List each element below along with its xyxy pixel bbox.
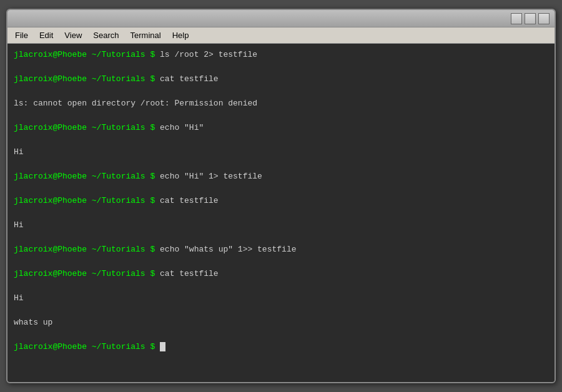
prompt-active: jlacroix@Phoebe ~/Tutorials $: [14, 342, 160, 351]
menu-item-search[interactable]: Search: [88, 29, 124, 41]
line-12: jlacroix@Phoebe ~/Tutorials $ ls /root 2…: [14, 49, 548, 61]
menu-item-terminal[interactable]: Terminal: [126, 29, 166, 41]
line-19: Hi: [14, 219, 548, 232]
cursor: [160, 342, 165, 351]
prompt-17: jlacroix@Phoebe ~/Tutorials $: [14, 172, 160, 181]
menu-bar: FileEditViewSearchTerminalHelp: [7, 27, 555, 44]
prompt-20: jlacroix@Phoebe ~/Tutorials $: [14, 245, 160, 254]
line-13: jlacroix@Phoebe ~/Tutorials $ cat testfi…: [14, 73, 548, 86]
line-16: Hi: [14, 146, 548, 159]
line-21: jlacroix@Phoebe ~/Tutorials $ cat testfi…: [14, 268, 548, 280]
menu-item-edit[interactable]: Edit: [34, 29, 58, 41]
prompt-13: jlacroix@Phoebe ~/Tutorials $: [14, 74, 160, 84]
terminal-output[interactable]: jlacroix@Phoebe ~/Tutorials $ ls /home/j…: [14, 49, 548, 377]
line-18: jlacroix@Phoebe ~/Tutorials $ cat testfi…: [14, 195, 548, 207]
menu-item-file[interactable]: File: [10, 29, 33, 41]
prompt-12: jlacroix@Phoebe ~/Tutorials $: [14, 50, 160, 59]
line-17: jlacroix@Phoebe ~/Tutorials $ echo "Hi" …: [14, 170, 548, 183]
title-bar: [7, 10, 555, 27]
minimize-button[interactable]: [511, 13, 522, 24]
window-controls: [511, 13, 550, 24]
terminal-window: FileEditViewSearchTerminalHelp jlacroix@…: [6, 9, 556, 383]
line-22: Hi: [14, 292, 548, 305]
close-button[interactable]: [538, 13, 550, 24]
prompt-15: jlacroix@Phoebe ~/Tutorials $: [14, 123, 160, 132]
prompt-18: jlacroix@Phoebe ~/Tutorials $: [14, 196, 160, 205]
terminal-body[interactable]: jlacroix@Phoebe ~/Tutorials $ ls /home/j…: [7, 44, 555, 382]
line-14: ls: cannot open directory /root: Permiss…: [14, 97, 548, 110]
menu-item-help[interactable]: Help: [167, 29, 194, 41]
prompt-21: jlacroix@Phoebe ~/Tutorials $: [14, 269, 160, 278]
line-24-active: jlacroix@Phoebe ~/Tutorials $: [14, 341, 548, 353]
line-23: whats up: [14, 316, 548, 329]
maximize-button[interactable]: [525, 13, 536, 24]
line-15: jlacroix@Phoebe ~/Tutorials $ echo "Hi": [14, 122, 548, 134]
line-20: jlacroix@Phoebe ~/Tutorials $ echo "what…: [14, 243, 548, 256]
menu-item-view[interactable]: View: [59, 29, 87, 41]
